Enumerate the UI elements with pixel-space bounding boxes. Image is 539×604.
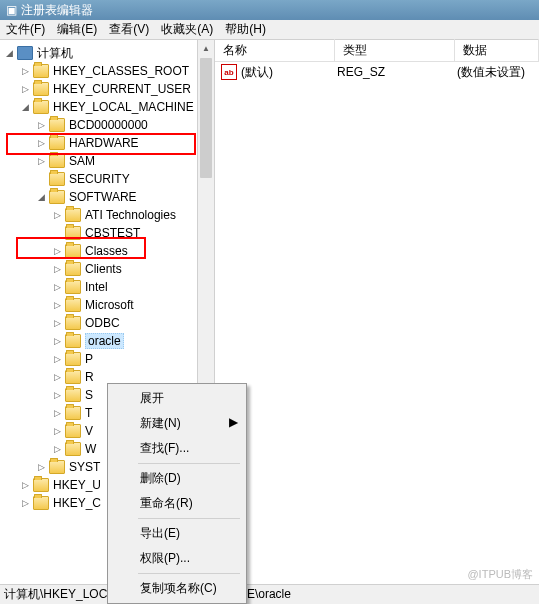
- menu-new[interactable]: 新建(N)▶: [110, 411, 244, 436]
- expander-icon[interactable]: ▷: [52, 390, 63, 401]
- folder-icon: [49, 460, 65, 474]
- tree-item[interactable]: ▷P: [0, 350, 197, 368]
- folder-icon: [33, 478, 49, 492]
- window-title: 注册表编辑器: [21, 2, 93, 19]
- tree-microsoft[interactable]: ▷Microsoft: [0, 296, 197, 314]
- expander-icon: [52, 228, 63, 239]
- expander-icon[interactable]: ▷: [52, 210, 63, 221]
- menu-find[interactable]: 查找(F)...: [110, 436, 244, 461]
- tree-odbc[interactable]: ▷ODBC: [0, 314, 197, 332]
- expander-icon[interactable]: ▷: [20, 84, 31, 95]
- col-data[interactable]: 数据: [455, 39, 539, 62]
- menu-file[interactable]: 文件(F): [6, 21, 45, 38]
- expander-icon[interactable]: ▷: [52, 264, 63, 275]
- watermark: @ITPUB博客: [467, 567, 533, 582]
- tree-hkcr[interactable]: ▷HKEY_CLASSES_ROOT: [0, 62, 197, 80]
- expander-icon[interactable]: ◢: [4, 48, 15, 59]
- menu-delete[interactable]: 删除(D): [110, 466, 244, 491]
- tree-ati[interactable]: ▷ATI Technologies: [0, 206, 197, 224]
- value-row[interactable]: ab (默认) REG_SZ (数值未设置): [215, 62, 539, 82]
- expander-icon[interactable]: ◢: [20, 102, 31, 113]
- folder-icon: [33, 100, 49, 114]
- expander-icon[interactable]: ▷: [20, 480, 31, 491]
- expander-icon[interactable]: ▷: [52, 354, 63, 365]
- tree-hklm[interactable]: ◢HKEY_LOCAL_MACHINE: [0, 98, 197, 116]
- tree-cbstest[interactable]: CBSTEST: [0, 224, 197, 242]
- menu-separator: [138, 518, 240, 519]
- tree-security[interactable]: SECURITY: [0, 170, 197, 188]
- folder-icon: [65, 208, 81, 222]
- expander-icon[interactable]: ▷: [36, 156, 47, 167]
- menu-rename[interactable]: 重命名(R): [110, 491, 244, 516]
- expander-icon[interactable]: ▷: [52, 408, 63, 419]
- menu-export[interactable]: 导出(E): [110, 521, 244, 546]
- expander-icon[interactable]: ▷: [20, 66, 31, 77]
- menu-separator: [138, 573, 240, 574]
- expander-icon[interactable]: ▷: [52, 246, 63, 257]
- column-headers: 名称 类型 数据: [215, 40, 539, 62]
- expander-icon[interactable]: ▷: [52, 444, 63, 455]
- value-name: (默认): [241, 64, 337, 81]
- folder-icon: [65, 442, 81, 456]
- content-area: ◢计算机 ▷HKEY_CLASSES_ROOT ▷HKEY_CURRENT_US…: [0, 40, 539, 584]
- menu-copykey[interactable]: 复制项名称(C): [110, 576, 244, 601]
- folder-icon: [65, 334, 81, 348]
- tree-classes[interactable]: ▷Classes: [0, 242, 197, 260]
- folder-icon: [49, 190, 65, 204]
- folder-icon: [65, 370, 81, 384]
- expander-icon[interactable]: ▷: [52, 426, 63, 437]
- folder-icon: [65, 298, 81, 312]
- folder-icon: [33, 496, 49, 510]
- app-icon: ▣: [6, 3, 17, 17]
- expander-icon[interactable]: ▷: [52, 300, 63, 311]
- menu-view[interactable]: 查看(V): [109, 21, 149, 38]
- col-type[interactable]: 类型: [335, 39, 455, 62]
- tree-intel[interactable]: ▷Intel: [0, 278, 197, 296]
- tree-oracle[interactable]: ▷oracle: [0, 332, 197, 350]
- menu-separator: [138, 463, 240, 464]
- folder-icon: [65, 316, 81, 330]
- menu-favorites[interactable]: 收藏夹(A): [161, 21, 213, 38]
- tree-sam[interactable]: ▷SAM: [0, 152, 197, 170]
- expander-icon[interactable]: ▷: [52, 282, 63, 293]
- folder-icon: [65, 280, 81, 294]
- expander-icon[interactable]: ▷: [36, 120, 47, 131]
- menu-help[interactable]: 帮助(H): [225, 21, 266, 38]
- folder-icon: [65, 388, 81, 402]
- expander-icon[interactable]: ▷: [20, 498, 31, 509]
- folder-icon: [49, 172, 65, 186]
- tree-hkcu[interactable]: ▷HKEY_CURRENT_USER: [0, 80, 197, 98]
- folder-icon: [33, 82, 49, 96]
- tree-hardware[interactable]: ▷HARDWARE: [0, 134, 197, 152]
- tree-software[interactable]: ◢SOFTWARE: [0, 188, 197, 206]
- folder-icon: [49, 136, 65, 150]
- value-type: REG_SZ: [337, 65, 457, 79]
- scroll-thumb[interactable]: [200, 58, 212, 178]
- values-panel: 名称 类型 数据 ab (默认) REG_SZ (数值未设置): [215, 40, 539, 584]
- menu-edit[interactable]: 编辑(E): [57, 21, 97, 38]
- status-bar: 计算机\HKEY_LOCAL_MACHINE\SOFTWARE\oracle: [0, 584, 539, 604]
- expander-icon[interactable]: ▷: [52, 318, 63, 329]
- expander-icon[interactable]: ▷: [36, 462, 47, 473]
- scroll-up-icon[interactable]: ▲: [198, 40, 214, 57]
- tree-root[interactable]: ◢计算机: [0, 44, 197, 62]
- expander-icon: [36, 174, 47, 185]
- folder-icon: [65, 244, 81, 258]
- col-name[interactable]: 名称: [215, 39, 335, 62]
- menu-permissions[interactable]: 权限(P)...: [110, 546, 244, 571]
- tree-clients[interactable]: ▷Clients: [0, 260, 197, 278]
- folder-icon: [65, 226, 81, 240]
- expander-icon[interactable]: ▷: [52, 372, 63, 383]
- menu-bar: 文件(F) 编辑(E) 查看(V) 收藏夹(A) 帮助(H): [0, 20, 539, 40]
- folder-icon: [49, 154, 65, 168]
- folder-icon: [65, 262, 81, 276]
- context-menu: 展开 新建(N)▶ 查找(F)... 删除(D) 重命名(R) 导出(E) 权限…: [107, 383, 247, 604]
- folder-icon: [49, 118, 65, 132]
- menu-expand[interactable]: 展开: [110, 386, 244, 411]
- expander-icon[interactable]: ▷: [52, 336, 63, 347]
- tree-bcd[interactable]: ▷BCD00000000: [0, 116, 197, 134]
- expander-icon[interactable]: ◢: [36, 192, 47, 203]
- submenu-arrow-icon: ▶: [229, 415, 238, 429]
- folder-icon: [65, 406, 81, 420]
- expander-icon[interactable]: ▷: [36, 138, 47, 149]
